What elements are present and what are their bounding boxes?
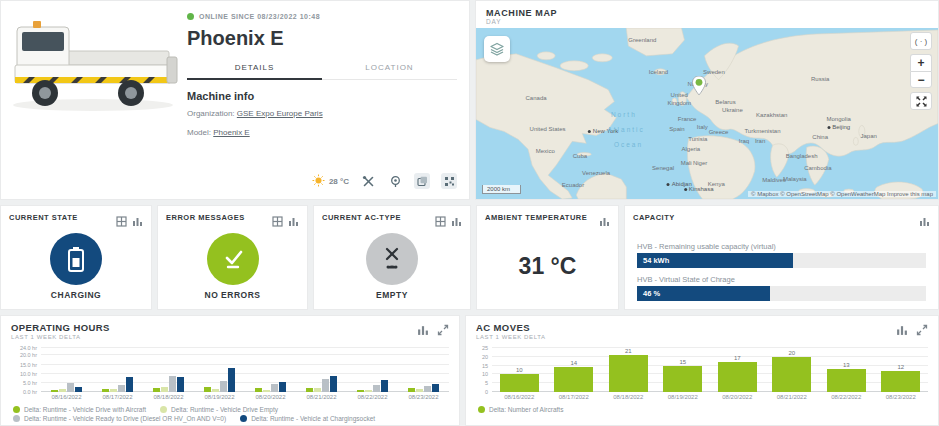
location-pin-icon[interactable] bbox=[387, 173, 403, 189]
bar-slot: 20 bbox=[765, 348, 820, 392]
bar-slot: 15 bbox=[656, 348, 711, 392]
y-tick-label: 0.0 hr bbox=[23, 389, 41, 395]
zoom-in-button[interactable]: + bbox=[910, 54, 932, 71]
bar bbox=[59, 389, 66, 392]
bar-slot: 13 bbox=[819, 348, 874, 392]
operating-hours-plot: 0.0 hr5.0 hr10.0 hr15.0 hr20.0 hr24.0 hr bbox=[41, 348, 449, 392]
legend-item: Delta: Runtime - Vehicle at Chargingsock… bbox=[240, 415, 375, 422]
bar bbox=[204, 387, 211, 392]
bar-value-label: 15 bbox=[679, 359, 686, 365]
operating-hours-legend: Delta: Runtime - Vehicle Drive with Airc… bbox=[11, 406, 449, 422]
capacity-tile: CAPACITY HVB - Remaining usable capacity… bbox=[624, 205, 939, 310]
bar bbox=[365, 390, 372, 392]
bar bbox=[663, 366, 702, 392]
bar bbox=[306, 388, 313, 392]
ac-moves-x-axis: 08/16/202208/17/202208/18/202208/19/2022… bbox=[492, 394, 928, 400]
details-footer: 28 °C bbox=[312, 173, 457, 189]
legend-label: Delta: Number of Aircrafts bbox=[489, 406, 563, 413]
bar-chart-icon[interactable] bbox=[919, 213, 930, 231]
bar bbox=[408, 388, 415, 392]
table-view-icon[interactable] bbox=[435, 213, 446, 231]
check-icon bbox=[220, 246, 246, 272]
x-axis-label: 08/22/2022 bbox=[347, 394, 398, 400]
model-line: Model: Phoenix E bbox=[187, 128, 457, 137]
error-messages-value: NO ERRORS bbox=[205, 290, 261, 300]
bar-chart-icon[interactable] bbox=[599, 213, 610, 231]
gallery-icon[interactable] bbox=[414, 173, 430, 189]
weather-temp: 28 °C bbox=[329, 177, 349, 186]
bar bbox=[322, 379, 329, 392]
y-tick-label: 20.0 hr bbox=[20, 352, 41, 358]
bar bbox=[118, 385, 125, 392]
operating-hours-x-axis: 08/16/202208/17/202208/18/202208/19/2022… bbox=[41, 394, 449, 400]
bar-chart-icon[interactable] bbox=[288, 213, 299, 231]
fullscreen-button[interactable] bbox=[910, 92, 932, 110]
ambient-temperature-value: 31 °C bbox=[519, 253, 577, 280]
tab-details[interactable]: DETAILS bbox=[187, 56, 322, 80]
ambient-temperature-title: AMBIENT TEMPERATURE bbox=[485, 213, 587, 222]
ac-type-empty-circle bbox=[366, 233, 418, 285]
geolocate-button[interactable]: ( · ) bbox=[910, 32, 932, 50]
maintenance-tools-icon[interactable] bbox=[360, 173, 376, 189]
bar-value-label: 10 bbox=[516, 367, 523, 373]
operating-hours-title: OPERATING HOURS bbox=[11, 322, 110, 333]
battery-icon bbox=[65, 246, 87, 272]
machine-info-block: Machine info Organization: GSE Expo Euro… bbox=[187, 80, 457, 137]
table-view-icon[interactable] bbox=[116, 213, 127, 231]
bar bbox=[126, 377, 133, 392]
ambient-temperature-tile: AMBIENT TEMPERATURE 31 °C bbox=[476, 205, 619, 310]
bar-chart-icon[interactable] bbox=[451, 213, 462, 231]
bar bbox=[314, 388, 321, 392]
no-aircraft-icon bbox=[380, 245, 404, 273]
map-subtitle: DAY bbox=[486, 18, 928, 25]
bar-chart-icon[interactable] bbox=[132, 213, 143, 231]
map-attribution[interactable]: © Mapbox © OpenStreetMap © OpenWeatherMa… bbox=[748, 191, 936, 197]
ac-moves-chart-card: AC MOVES LAST 1 WEEK DELTA 0510152025101… bbox=[465, 315, 939, 426]
x-axis-label: 08/18/2022 bbox=[601, 394, 656, 400]
bar-chart-icon[interactable] bbox=[417, 322, 429, 340]
organization-link[interactable]: GSE Expo Europe Paris bbox=[237, 109, 323, 118]
bar bbox=[718, 362, 757, 392]
bar-value-label: 17 bbox=[734, 355, 741, 361]
legend-label: Delta: Runtime - Vehicle Drive with Airc… bbox=[24, 406, 146, 413]
map-header: MACHINE MAP DAY bbox=[476, 1, 938, 28]
x-axis-label: 08/20/2022 bbox=[245, 394, 296, 400]
operating-hours-chart-card: OPERATING HOURS LAST 1 WEEK DELTA 0.0 hr… bbox=[0, 315, 460, 426]
bar bbox=[177, 377, 184, 392]
bar bbox=[220, 381, 227, 392]
y-tick-label: 15.0 hr bbox=[20, 362, 41, 368]
dashboard: ONLINE SINCE 08/23/2022 10:48 Phoenix E … bbox=[0, 0, 939, 426]
qr-code-icon[interactable] bbox=[441, 173, 457, 189]
table-view-icon[interactable] bbox=[272, 213, 283, 231]
x-axis-label: 08/20/2022 bbox=[710, 394, 765, 400]
tab-location[interactable]: LOCATION bbox=[322, 56, 457, 79]
bar bbox=[153, 388, 160, 392]
zoom-out-button[interactable]: − bbox=[910, 71, 932, 88]
expand-icon[interactable] bbox=[916, 322, 928, 340]
model-link[interactable]: Phoenix E bbox=[213, 128, 249, 137]
vehicle-image bbox=[3, 5, 183, 117]
bar bbox=[432, 384, 439, 392]
bar bbox=[161, 387, 168, 393]
map-canvas[interactable]: GreenlandCanadaUnited StatesNew YorkMexi… bbox=[476, 28, 938, 199]
legend-dot bbox=[160, 406, 167, 413]
x-axis-label: 08/19/2022 bbox=[656, 394, 711, 400]
bars-layer: 1014211517201312 bbox=[492, 348, 928, 392]
legend-item: Delta: Number of Aircrafts bbox=[478, 406, 563, 413]
expand-icon[interactable] bbox=[437, 322, 449, 340]
bar bbox=[827, 369, 866, 392]
map-layers-button[interactable] bbox=[484, 36, 510, 62]
current-state-title: CURRENT STATE bbox=[9, 213, 78, 222]
machine-location-marker[interactable] bbox=[692, 76, 706, 100]
bar-slot: 12 bbox=[874, 348, 929, 392]
bar-group bbox=[296, 348, 347, 392]
bar-slot: 10 bbox=[492, 348, 547, 392]
bar bbox=[67, 383, 74, 392]
current-state-tile: CURRENT STATE CHARGING bbox=[0, 205, 152, 310]
bar bbox=[357, 390, 364, 392]
ac-moves-legend: Delta: Number of Aircrafts bbox=[476, 406, 928, 413]
legend-label: Delta: Runtime - Vehicle Ready to Drive … bbox=[24, 415, 226, 422]
bar-chart-icon[interactable] bbox=[896, 322, 908, 340]
current-state-value: CHARGING bbox=[51, 290, 101, 300]
bar-group bbox=[398, 348, 449, 392]
